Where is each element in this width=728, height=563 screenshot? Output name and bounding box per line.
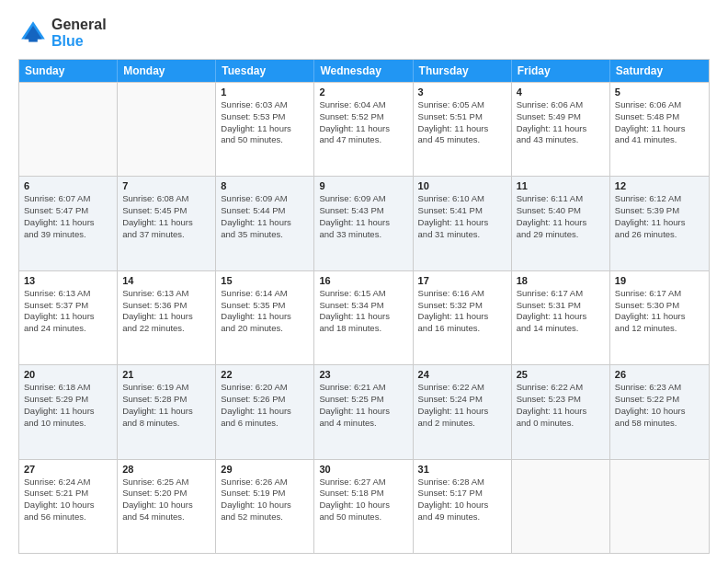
info-line: Sunset: 5:41 PM [418, 205, 506, 217]
logo: General Blue [18, 17, 107, 50]
day-number: 22 [221, 369, 309, 380]
info-line: and 26 minutes. [615, 229, 704, 241]
info-line: Sunrise: 6:17 AM [615, 288, 704, 300]
day-number: 10 [418, 180, 506, 191]
day-cell-7: 7Sunrise: 6:08 AMSunset: 5:45 PMDaylight… [118, 177, 216, 270]
info-line: and 29 minutes. [517, 229, 605, 241]
calendar-header: SundayMondayTuesdayWednesdayThursdayFrid… [19, 60, 709, 82]
info-line: Sunrise: 6:06 AM [615, 99, 704, 111]
info-line: Sunset: 5:43 PM [319, 205, 407, 217]
day-cell-16: 16Sunrise: 6:15 AMSunset: 5:34 PMDayligh… [314, 271, 413, 364]
info-line: and 50 minutes. [319, 511, 407, 523]
info-line: and 12 minutes. [615, 323, 704, 335]
info-line: Sunset: 5:48 PM [615, 111, 704, 123]
empty-cell [118, 83, 216, 176]
info-line: Daylight: 11 hours [122, 217, 210, 229]
info-line: and 24 minutes. [24, 323, 112, 335]
info-line: and 49 minutes. [418, 511, 506, 523]
info-line: Sunset: 5:47 PM [24, 205, 112, 217]
info-line: Sunset: 5:30 PM [615, 300, 704, 312]
calendar: SundayMondayTuesdayWednesdayThursdayFrid… [18, 59, 710, 554]
info-line: Sunrise: 6:22 AM [517, 382, 605, 394]
info-line: Sunrise: 6:13 AM [122, 288, 210, 300]
info-line: Sunset: 5:17 PM [418, 488, 506, 500]
info-line: Daylight: 10 hours [221, 500, 309, 511]
info-line: Daylight: 11 hours [221, 123, 309, 135]
day-number: 8 [221, 180, 309, 191]
info-line: Sunset: 5:28 PM [122, 394, 210, 406]
header-day-friday: Friday [512, 60, 610, 82]
header-day-sunday: Sunday [19, 60, 118, 82]
info-line: and 31 minutes. [418, 229, 506, 241]
day-cell-21: 21Sunrise: 6:19 AMSunset: 5:28 PMDayligh… [118, 365, 216, 458]
day-number: 23 [319, 369, 407, 380]
day-number: 30 [319, 464, 407, 475]
info-line: Daylight: 11 hours [418, 311, 506, 323]
info-line: Daylight: 11 hours [122, 311, 210, 323]
info-line: Daylight: 11 hours [319, 217, 407, 229]
info-line: Sunset: 5:53 PM [221, 111, 309, 123]
day-cell-6: 6Sunrise: 6:07 AMSunset: 5:47 PMDaylight… [19, 177, 118, 270]
info-line: Daylight: 11 hours [24, 406, 112, 418]
day-number: 6 [24, 180, 112, 191]
day-cell-20: 20Sunrise: 6:18 AMSunset: 5:29 PMDayligh… [19, 365, 118, 458]
info-line: Daylight: 11 hours [517, 217, 605, 229]
day-cell-10: 10Sunrise: 6:10 AMSunset: 5:41 PMDayligh… [414, 177, 512, 270]
day-cell-26: 26Sunrise: 6:23 AMSunset: 5:22 PMDayligh… [610, 365, 709, 458]
info-line: and 50 minutes. [221, 134, 309, 146]
info-line: and 45 minutes. [418, 134, 506, 146]
info-line: and 14 minutes. [517, 323, 605, 335]
info-line: Daylight: 10 hours [24, 500, 112, 511]
info-line: Daylight: 11 hours [615, 123, 704, 135]
info-line: Sunrise: 6:26 AM [221, 477, 309, 488]
info-line: and 10 minutes. [24, 418, 112, 430]
info-line: Sunrise: 6:16 AM [418, 288, 506, 300]
day-number: 16 [319, 275, 407, 286]
info-line: Sunset: 5:32 PM [418, 300, 506, 312]
info-line: and 8 minutes. [122, 418, 210, 430]
day-number: 28 [122, 464, 210, 475]
info-line: Sunrise: 6:08 AM [122, 193, 210, 205]
info-line: Sunset: 5:24 PM [418, 394, 506, 406]
day-number: 9 [319, 180, 407, 191]
day-number: 29 [221, 464, 309, 475]
day-cell-29: 29Sunrise: 6:26 AMSunset: 5:19 PMDayligh… [216, 460, 314, 553]
info-line: Sunset: 5:40 PM [517, 205, 605, 217]
day-number: 15 [221, 275, 309, 286]
empty-cell [610, 460, 709, 553]
day-number: 26 [615, 369, 704, 380]
info-line: and 47 minutes. [319, 134, 407, 146]
day-number: 31 [418, 464, 506, 475]
info-line: and 56 minutes. [24, 511, 112, 523]
logo-icon [18, 18, 48, 48]
info-line: and 35 minutes. [221, 229, 309, 241]
day-number: 24 [418, 369, 506, 380]
day-number: 5 [615, 86, 704, 98]
info-line: and 43 minutes. [517, 134, 605, 146]
header-day-saturday: Saturday [610, 60, 709, 82]
info-line: Sunset: 5:34 PM [319, 300, 407, 312]
info-line: Daylight: 11 hours [221, 406, 309, 418]
day-number: 14 [122, 275, 210, 286]
day-number: 12 [615, 180, 704, 191]
info-line: Sunset: 5:44 PM [221, 205, 309, 217]
header-day-tuesday: Tuesday [216, 60, 314, 82]
day-cell-28: 28Sunrise: 6:25 AMSunset: 5:20 PMDayligh… [118, 460, 216, 553]
info-line: and 20 minutes. [221, 323, 309, 335]
info-line: Sunset: 5:45 PM [122, 205, 210, 217]
info-line: and 41 minutes. [615, 134, 704, 146]
info-line: Sunrise: 6:04 AM [319, 99, 407, 111]
day-number: 17 [418, 275, 506, 286]
info-line: Daylight: 11 hours [319, 311, 407, 323]
info-line: Sunset: 5:37 PM [24, 300, 112, 312]
day-number: 4 [517, 86, 605, 98]
svg-rect-2 [28, 36, 38, 41]
day-cell-3: 3Sunrise: 6:05 AMSunset: 5:51 PMDaylight… [414, 83, 512, 176]
info-line: Sunset: 5:23 PM [517, 394, 605, 406]
day-cell-31: 31Sunrise: 6:28 AMSunset: 5:17 PMDayligh… [414, 460, 512, 553]
info-line: Sunrise: 6:15 AM [319, 288, 407, 300]
info-line: and 39 minutes. [24, 229, 112, 241]
info-line: Sunset: 5:18 PM [319, 488, 407, 500]
info-line: Sunrise: 6:11 AM [517, 193, 605, 205]
day-number: 21 [122, 369, 210, 380]
